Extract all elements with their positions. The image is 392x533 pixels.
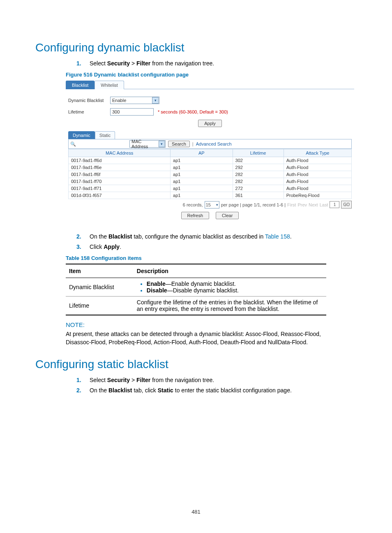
pager-first[interactable]: First — [287, 202, 296, 207]
pager-next[interactable]: Next — [309, 202, 318, 207]
search-icon: 🔍 — [70, 141, 75, 147]
table-row: 001d-0f31-f657ap1361ProbeReq-Flood — [69, 192, 352, 199]
step-text: Select Security > Filter from the naviga… — [90, 376, 214, 384]
subtab-static[interactable]: Static — [95, 131, 115, 139]
step-text: On the Blacklist tab, configure the dyna… — [90, 232, 292, 241]
clear-button[interactable]: Clear — [216, 212, 239, 219]
config-items-table: Item Description Dynamic Blacklist Enabl… — [66, 264, 326, 315]
cfg-item: Dynamic Blacklist — [66, 278, 134, 296]
step-number: 3. — [76, 243, 82, 251]
label-lifetime: Lifetime — [68, 109, 108, 114]
table-row: 0017-9ad1-ff6fap1282Auth-Flood — [69, 171, 352, 178]
table-caption: Table 158 Configuration items — [66, 255, 357, 261]
cfg-desc: Enable—Enable dynamic blacklist. Disable… — [134, 278, 326, 296]
pager-page-input[interactable]: 1 — [330, 201, 339, 208]
heading-static-blacklist: Configuring static blacklist — [35, 358, 357, 371]
pager-go-button[interactable]: GO — [341, 201, 352, 209]
step-text: Click Apply. — [90, 243, 121, 251]
steps-dynamic-cont: 2. On the Blacklist tab, configure the d… — [35, 232, 357, 251]
cfg-desc: Configure the lifetime of the entries in… — [134, 296, 326, 315]
pager-last[interactable]: Last — [320, 202, 328, 207]
label-dynamic-blacklist: Dynamic Blacklist — [68, 98, 108, 103]
table-row: 0017-9ad1-ff70ap1282Auth-Flood — [69, 178, 352, 185]
advanced-search-link[interactable]: Advanced Search — [196, 141, 232, 146]
th-description: Description — [134, 264, 326, 278]
table-row: 0017-9ad1-ff6dap1302Auth-Flood — [69, 157, 352, 164]
steps-dynamic: 1. Select Security > Filter from the nav… — [35, 59, 357, 67]
pager: 6 records, 15▾ per page | page 1/1, reco… — [68, 199, 352, 210]
page-number: 481 — [0, 509, 392, 515]
col-lifetime[interactable]: Lifetime — [233, 149, 284, 157]
step-number: 1. — [76, 376, 82, 384]
th-item: Item — [66, 264, 134, 278]
chevron-down-icon: ▾ — [159, 141, 165, 147]
chevron-down-icon: ▾ — [152, 97, 159, 104]
blacklist-table: MAC Address AP Lifetime Attack Type 0017… — [68, 149, 352, 199]
table-ref-link[interactable]: Table 158 — [265, 233, 290, 240]
figure-screenshot: Blacklist Whitelist Dynamic Blacklist En… — [66, 80, 354, 222]
steps-static: 1. Select Security > Filter from the nav… — [35, 376, 357, 394]
tab-whitelist[interactable]: Whitelist — [95, 81, 124, 89]
step-number: 2. — [76, 386, 82, 394]
col-mac[interactable]: MAC Address — [69, 149, 171, 157]
step-text: Select Security > Filter from the naviga… — [90, 59, 214, 67]
search-button[interactable]: Search — [168, 141, 190, 147]
select-search-field[interactable]: MAC Address ▾ — [129, 140, 166, 148]
refresh-button[interactable]: Refresh — [181, 212, 210, 219]
step-number: 1. — [76, 59, 82, 67]
select-dynamic-blacklist[interactable]: Enable ▾ — [110, 97, 159, 104]
figure-caption: Figure 516 Dynamic blacklist configurati… — [66, 72, 357, 78]
table-row: 0017-9ad1-ff6eap1292Auth-Flood — [69, 164, 352, 171]
hint-lifetime: * seconds (60-3600, Default = 300) — [158, 109, 228, 114]
input-lifetime[interactable]: 300 — [110, 108, 154, 116]
apply-button[interactable]: Apply — [198, 120, 222, 127]
col-ap[interactable]: AP — [171, 149, 233, 157]
table-row: 0017-9ad1-ff71ap1272Auth-Flood — [69, 185, 352, 192]
col-attack-type[interactable]: Attack Type — [284, 149, 351, 157]
cfg-item: Lifetime — [66, 296, 134, 315]
heading-dynamic-blacklist: Configuring dynamic blacklist — [35, 41, 357, 54]
step-number: 2. — [76, 232, 82, 241]
step-text: On the Blacklist tab, click Static to en… — [90, 386, 292, 394]
note-body: At present, these attacks can be detecte… — [66, 330, 326, 347]
pager-prev[interactable]: Prev — [297, 202, 307, 207]
tab-blacklist[interactable]: Blacklist — [66, 81, 95, 89]
select-page-size[interactable]: 15▾ — [205, 201, 219, 209]
subtab-dynamic[interactable]: Dynamic — [68, 131, 95, 139]
note-label: NOTE: — [66, 321, 326, 328]
